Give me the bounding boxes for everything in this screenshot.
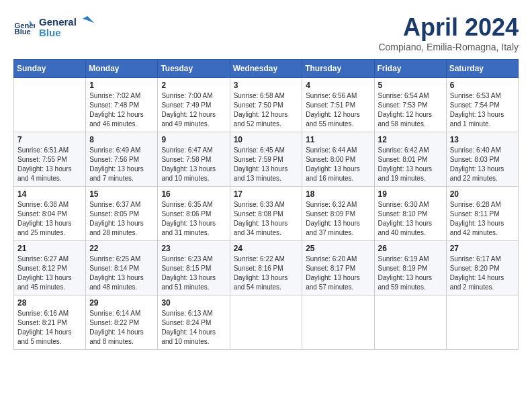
calendar-cell: 26Sunrise: 6:19 AM Sunset: 8:19 PM Dayli… xyxy=(374,241,446,295)
calendar-cell: 27Sunrise: 6:17 AM Sunset: 8:20 PM Dayli… xyxy=(446,241,518,295)
logo-bird-icon: General Blue xyxy=(39,13,99,40)
title-area: April 2024 Compiano, Emilia-Romagna, Ita… xyxy=(378,13,519,52)
calendar-cell: 2Sunrise: 7:00 AM Sunset: 7:49 PM Daylig… xyxy=(158,78,230,132)
calendar-cell: 29Sunrise: 6:14 AM Sunset: 8:22 PM Dayli… xyxy=(86,295,158,350)
calendar-cell: 18Sunrise: 6:32 AM Sunset: 8:09 PM Dayli… xyxy=(302,187,374,241)
day-info: Sunrise: 6:23 AM Sunset: 8:15 PM Dayligh… xyxy=(161,255,226,292)
day-info: Sunrise: 6:51 AM Sunset: 7:55 PM Dayligh… xyxy=(17,146,82,183)
day-number: 15 xyxy=(89,189,154,199)
day-info: Sunrise: 6:53 AM Sunset: 7:54 PM Dayligh… xyxy=(450,91,515,129)
day-number: 10 xyxy=(234,135,299,144)
day-number: 28 xyxy=(17,298,82,308)
day-info: Sunrise: 6:37 AM Sunset: 8:05 PM Dayligh… xyxy=(89,200,154,238)
calendar-cell: 25Sunrise: 6:20 AM Sunset: 8:17 PM Dayli… xyxy=(302,241,374,295)
weekday-header-friday: Friday xyxy=(374,60,446,78)
logo-icon: General Blue xyxy=(13,16,35,38)
day-number: 1 xyxy=(89,81,154,90)
day-number: 23 xyxy=(161,244,226,253)
calendar-week-4: 21Sunrise: 6:27 AM Sunset: 8:12 PM Dayli… xyxy=(14,241,519,295)
day-number: 26 xyxy=(378,244,443,253)
day-info: Sunrise: 6:20 AM Sunset: 8:17 PM Dayligh… xyxy=(306,255,370,292)
day-info: Sunrise: 6:56 AM Sunset: 7:51 PM Dayligh… xyxy=(306,91,370,129)
day-info: Sunrise: 7:02 AM Sunset: 7:48 PM Dayligh… xyxy=(89,91,154,129)
day-info: Sunrise: 6:54 AM Sunset: 7:53 PM Dayligh… xyxy=(378,91,443,129)
calendar-cell: 17Sunrise: 6:33 AM Sunset: 8:08 PM Dayli… xyxy=(230,187,302,241)
calendar-cell xyxy=(302,295,374,350)
calendar-cell: 21Sunrise: 6:27 AM Sunset: 8:12 PM Dayli… xyxy=(14,241,86,295)
day-info: Sunrise: 6:42 AM Sunset: 8:01 PM Dayligh… xyxy=(378,146,443,183)
calendar-cell: 30Sunrise: 6:13 AM Sunset: 8:24 PM Dayli… xyxy=(158,295,230,350)
day-info: Sunrise: 6:44 AM Sunset: 8:00 PM Dayligh… xyxy=(306,146,370,183)
day-info: Sunrise: 6:27 AM Sunset: 8:12 PM Dayligh… xyxy=(17,255,82,292)
day-number: 5 xyxy=(378,81,443,90)
day-number: 2 xyxy=(161,81,226,90)
calendar-week-1: 1Sunrise: 7:02 AM Sunset: 7:48 PM Daylig… xyxy=(14,78,519,132)
calendar-cell: 14Sunrise: 6:38 AM Sunset: 8:04 PM Dayli… xyxy=(14,187,86,241)
day-number: 14 xyxy=(17,189,82,199)
weekday-header-sunday: Sunday xyxy=(14,60,86,78)
calendar-cell: 24Sunrise: 6:22 AM Sunset: 8:16 PM Dayli… xyxy=(230,241,302,295)
day-number: 18 xyxy=(306,189,370,199)
day-info: Sunrise: 7:00 AM Sunset: 7:49 PM Dayligh… xyxy=(161,91,226,129)
day-info: Sunrise: 6:13 AM Sunset: 8:24 PM Dayligh… xyxy=(161,309,226,347)
day-info: Sunrise: 6:33 AM Sunset: 8:08 PM Dayligh… xyxy=(234,200,299,238)
calendar-cell: 5Sunrise: 6:54 AM Sunset: 7:53 PM Daylig… xyxy=(374,78,446,132)
day-info: Sunrise: 6:35 AM Sunset: 8:06 PM Dayligh… xyxy=(161,200,226,238)
calendar-cell: 4Sunrise: 6:56 AM Sunset: 7:51 PM Daylig… xyxy=(302,78,374,132)
calendar-cell: 3Sunrise: 6:58 AM Sunset: 7:50 PM Daylig… xyxy=(230,78,302,132)
day-number: 24 xyxy=(234,244,299,253)
day-info: Sunrise: 6:25 AM Sunset: 8:14 PM Dayligh… xyxy=(89,255,154,292)
weekday-header-thursday: Thursday xyxy=(302,60,374,78)
calendar-cell: 9Sunrise: 6:47 AM Sunset: 7:58 PM Daylig… xyxy=(158,132,230,187)
calendar-cell: 23Sunrise: 6:23 AM Sunset: 8:15 PM Dayli… xyxy=(158,241,230,295)
weekday-header-monday: Monday xyxy=(86,60,158,78)
logo: General Blue General Blue xyxy=(13,13,99,40)
svg-marker-6 xyxy=(83,16,94,23)
day-number: 30 xyxy=(161,298,226,308)
calendar-cell: 15Sunrise: 6:37 AM Sunset: 8:05 PM Dayli… xyxy=(86,187,158,241)
day-info: Sunrise: 6:32 AM Sunset: 8:09 PM Dayligh… xyxy=(306,200,370,238)
calendar-cell: 8Sunrise: 6:49 AM Sunset: 7:56 PM Daylig… xyxy=(86,132,158,187)
day-number: 13 xyxy=(450,135,515,144)
day-number: 8 xyxy=(89,135,154,144)
header: General Blue General Blue April 2024 Com… xyxy=(13,13,519,52)
day-number: 9 xyxy=(161,135,226,144)
svg-text:General: General xyxy=(39,16,77,28)
location-subtitle: Compiano, Emilia-Romagna, Italy xyxy=(378,42,519,52)
calendar-cell: 1Sunrise: 7:02 AM Sunset: 7:48 PM Daylig… xyxy=(86,78,158,132)
day-number: 29 xyxy=(89,298,154,308)
day-info: Sunrise: 6:17 AM Sunset: 8:20 PM Dayligh… xyxy=(450,255,515,292)
day-info: Sunrise: 6:16 AM Sunset: 8:21 PM Dayligh… xyxy=(17,309,82,347)
calendar-week-5: 28Sunrise: 6:16 AM Sunset: 8:21 PM Dayli… xyxy=(14,295,519,350)
month-title: April 2024 xyxy=(378,13,519,42)
day-number: 12 xyxy=(378,135,443,144)
day-info: Sunrise: 6:14 AM Sunset: 8:22 PM Dayligh… xyxy=(89,309,154,347)
day-number: 22 xyxy=(89,244,154,253)
weekday-header-saturday: Saturday xyxy=(446,60,518,78)
day-number: 4 xyxy=(306,81,370,90)
weekday-header-row: SundayMondayTuesdayWednesdayThursdayFrid… xyxy=(14,60,519,78)
calendar-cell xyxy=(374,295,446,350)
day-number: 27 xyxy=(450,244,515,253)
calendar-cell xyxy=(230,295,302,350)
day-info: Sunrise: 6:30 AM Sunset: 8:10 PM Dayligh… xyxy=(378,200,443,238)
calendar-cell xyxy=(14,78,86,132)
day-number: 20 xyxy=(450,189,515,199)
calendar-week-3: 14Sunrise: 6:38 AM Sunset: 8:04 PM Dayli… xyxy=(14,187,519,241)
calendar-cell: 6Sunrise: 6:53 AM Sunset: 7:54 PM Daylig… xyxy=(446,78,518,132)
calendar-cell: 28Sunrise: 6:16 AM Sunset: 8:21 PM Dayli… xyxy=(14,295,86,350)
day-number: 6 xyxy=(450,81,515,90)
day-info: Sunrise: 6:22 AM Sunset: 8:16 PM Dayligh… xyxy=(234,255,299,292)
calendar-table: SundayMondayTuesdayWednesdayThursdayFrid… xyxy=(13,59,519,350)
calendar-cell: 20Sunrise: 6:28 AM Sunset: 8:11 PM Dayli… xyxy=(446,187,518,241)
calendar-cell: 12Sunrise: 6:42 AM Sunset: 8:01 PM Dayli… xyxy=(374,132,446,187)
day-info: Sunrise: 6:40 AM Sunset: 8:03 PM Dayligh… xyxy=(450,146,515,183)
day-info: Sunrise: 6:47 AM Sunset: 7:58 PM Dayligh… xyxy=(161,146,226,183)
day-number: 17 xyxy=(234,189,299,199)
svg-text:Blue: Blue xyxy=(39,27,61,38)
day-number: 21 xyxy=(17,244,82,253)
calendar-cell: 19Sunrise: 6:30 AM Sunset: 8:10 PM Dayli… xyxy=(374,187,446,241)
day-number: 3 xyxy=(234,81,299,90)
day-info: Sunrise: 6:58 AM Sunset: 7:50 PM Dayligh… xyxy=(234,91,299,129)
day-info: Sunrise: 6:19 AM Sunset: 8:19 PM Dayligh… xyxy=(378,255,443,292)
